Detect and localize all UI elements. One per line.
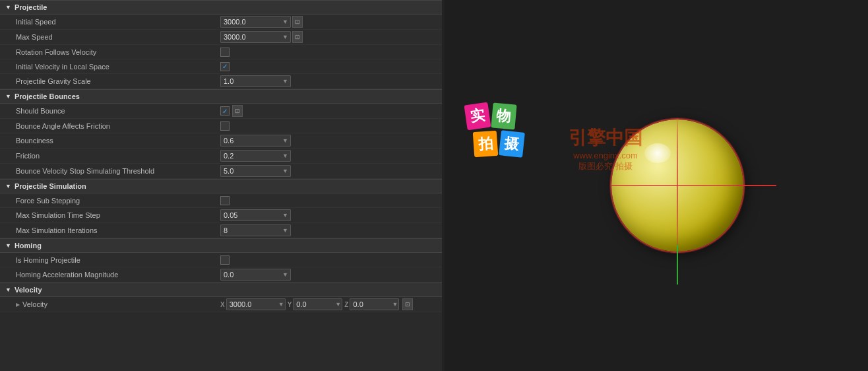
initial-velocity-local-checkbox[interactable] [220, 62, 230, 71]
section-homing-label: Homing [15, 242, 42, 250]
prop-initial-velocity-local: Initial Velocity in Local Space [0, 59, 442, 74]
velocity-y-arrow[interactable]: ▼ [333, 301, 343, 308]
velocity-x-component: X ▼ [220, 298, 286, 310]
axis-x-line [737, 185, 776, 186]
properties-panel[interactable]: ▼ Projectile Initial Speed ▼ ⊡ Max Speed… [0, 0, 442, 371]
prop-velocity-label: ▶ Velocity [16, 300, 220, 308]
sphere-horizontal-line [611, 185, 743, 186]
section-bounces-arrow: ▼ [5, 93, 11, 100]
prop-rotation-follows-velocity: Rotation Follows Velocity [0, 45, 442, 59]
prop-max-simulation-time-step: Max Simulation Time Step ▼ [0, 208, 442, 223]
max-speed-arrow[interactable]: ▼ [280, 34, 290, 40]
prop-force-sub-stepping-label: Force Sub Stepping [16, 197, 220, 205]
tag-row-2: 拍 摄 [474, 131, 524, 156]
tag-pai: 拍 [473, 131, 499, 157]
homing-accel-arrow[interactable]: ▼ [280, 271, 290, 278]
velocity-label-text: Velocity [22, 300, 47, 308]
bounce-velocity-stop-arrow[interactable]: ▼ [280, 168, 290, 174]
prop-bounce-velocity-stop-label: Bounce Velocity Stop Simulating Threshol… [16, 167, 220, 175]
prop-force-sub-stepping: Force Sub Stepping [0, 193, 442, 208]
prop-projectile-gravity-scale: Projectile Gravity Scale ▼ [0, 74, 442, 89]
prop-force-sub-stepping-value[interactable] [220, 196, 437, 205]
section-projectile-arrow: ▼ [5, 4, 11, 11]
prop-max-simulation-iterations: Max Simulation Iterations ▼ [0, 223, 442, 238]
should-bounce-checkbox[interactable] [220, 106, 230, 116]
friction-input[interactable] [221, 152, 280, 160]
max-simulation-time-step-input[interactable] [221, 211, 280, 219]
gravity-scale-arrow[interactable]: ▼ [280, 78, 290, 84]
prop-bounciness-value[interactable]: ▼ [220, 135, 437, 147]
velocity-z-input[interactable] [350, 300, 390, 308]
initial-speed-expand[interactable]: ⊡ [292, 16, 303, 28]
tag-shi: 实 [464, 102, 491, 131]
viewport-panel: 引擎中国 www.enginx.com 版图必究 拍摄 实 物 拍 摄 [445, 0, 868, 371]
prop-initial-speed: Initial Speed ▼ ⊡ [0, 15, 442, 30]
prop-max-simulation-time-step-value[interactable]: ▼ [220, 209, 437, 221]
bounciness-arrow[interactable]: ▼ [280, 137, 290, 144]
velocity-x-arrow[interactable]: ▼ [276, 301, 286, 308]
prop-homing-acceleration: Homing Acceleration Magnitude ▼ [0, 267, 442, 283]
max-sim-time-arrow[interactable]: ▼ [280, 212, 290, 219]
is-homing-projectile-checkbox[interactable] [220, 255, 230, 265]
prop-should-bounce-value[interactable]: ⊡ [220, 105, 437, 117]
force-sub-stepping-checkbox[interactable] [220, 196, 230, 205]
section-velocity-arrow: ▼ [5, 287, 11, 293]
should-bounce-expand[interactable]: ⊡ [232, 105, 243, 117]
prop-bounce-angle-friction: Bounce Angle Affects Friction [0, 119, 442, 133]
prop-initial-velocity-local-label: Initial Velocity in Local Space [16, 63, 220, 71]
friction-arrow[interactable]: ▼ [280, 152, 290, 159]
prop-initial-speed-value[interactable]: ▼ ⊡ [220, 16, 437, 28]
section-velocity[interactable]: ▼ Velocity [0, 283, 442, 297]
prop-friction-label: Friction [16, 152, 220, 160]
section-projectile-simulation[interactable]: ▼ Projectile Simulation [0, 179, 442, 193]
prop-max-speed-value[interactable]: ▼ ⊡ [220, 31, 437, 43]
prop-initial-velocity-local-value[interactable] [220, 62, 437, 71]
section-homing[interactable]: ▼ Homing [0, 238, 442, 253]
velocity-expand-btn[interactable]: ⊡ [402, 298, 413, 310]
velocity-x-input[interactable] [227, 300, 276, 308]
prop-rotation-follows-velocity-label: Rotation Follows Velocity [16, 48, 220, 56]
max-sim-iter-arrow[interactable]: ▼ [280, 227, 290, 234]
prop-max-simulation-time-step-label: Max Simulation Time Step [16, 211, 220, 219]
prop-friction-value[interactable]: ▼ [220, 150, 437, 162]
gravity-scale-input[interactable] [221, 77, 280, 85]
velocity-expand-arrow[interactable]: ▶ [16, 302, 20, 308]
tag-group: 实 物 拍 摄 [466, 104, 524, 156]
prop-bounce-velocity-stop-value[interactable]: ▼ [220, 165, 437, 177]
bounciness-input[interactable] [221, 137, 280, 145]
section-velocity-label: Velocity [15, 286, 42, 294]
prop-bounce-angle-friction-value[interactable] [220, 121, 437, 131]
prop-is-homing-projectile: Is Homing Projectile [0, 253, 442, 267]
max-speed-input[interactable] [221, 33, 280, 41]
rotation-follows-velocity-checkbox[interactable] [220, 48, 230, 57]
velocity-y-input[interactable] [294, 300, 333, 308]
velocity-y-label: Y [288, 301, 292, 308]
velocity-z-arrow[interactable]: ▼ [390, 301, 400, 308]
prop-is-homing-projectile-value[interactable] [220, 255, 437, 265]
velocity-z-component: Z ▼ [344, 298, 399, 310]
section-projectile[interactable]: ▼ Projectile [0, 0, 442, 15]
prop-homing-acceleration-value[interactable]: ▼ [220, 269, 437, 281]
prop-velocity-value[interactable]: X ▼ Y ▼ Z ▼ [220, 298, 437, 310]
prop-should-bounce-label: Should Bounce [16, 107, 220, 115]
bounce-angle-friction-checkbox[interactable] [220, 121, 230, 131]
max-speed-expand[interactable]: ⊡ [292, 31, 303, 43]
prop-bounciness-label: Bounciness [16, 137, 220, 145]
prop-rotation-follows-velocity-value[interactable] [220, 48, 437, 57]
prop-bounce-velocity-stop: Bounce Velocity Stop Simulating Threshol… [0, 164, 442, 179]
initial-speed-input[interactable] [221, 18, 280, 26]
section-simulation-label: Projectile Simulation [15, 182, 86, 190]
prop-max-simulation-iterations-value[interactable]: ▼ [220, 224, 437, 236]
sphere-highlight [644, 143, 671, 163]
prop-projectile-gravity-scale-value[interactable]: ▼ [220, 75, 437, 87]
prop-initial-speed-label: Initial Speed [16, 18, 220, 26]
section-projectile-label: Projectile [15, 3, 47, 11]
bounce-velocity-stop-input[interactable] [221, 167, 280, 175]
prop-bounciness: Bounciness ▼ [0, 133, 442, 149]
section-projectile-bounces[interactable]: ▼ Projectile Bounces [0, 89, 442, 104]
sphere-3d [611, 119, 743, 252]
homing-acceleration-input[interactable] [221, 271, 280, 279]
velocity-vector-input: X ▼ Y ▼ Z ▼ [220, 298, 413, 310]
initial-speed-arrow[interactable]: ▼ [280, 18, 290, 25]
max-simulation-iterations-input[interactable] [221, 226, 280, 234]
